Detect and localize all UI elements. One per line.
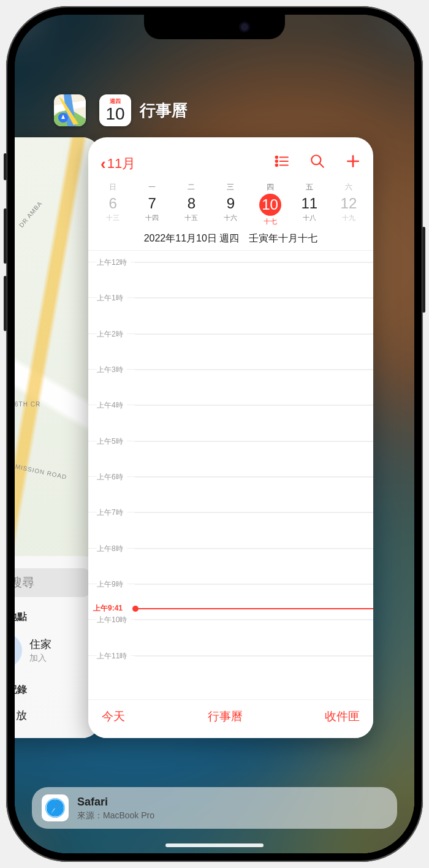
day-column[interactable]: 一7十四 [132, 182, 172, 226]
day-timeline[interactable]: 上午12時上午1時上午2時上午3時上午4時上午5時上午6時上午7時上午8時上午9… [88, 251, 373, 704]
maps-search-field[interactable]: 搜尋 [15, 568, 91, 597]
search-icon [309, 153, 325, 169]
hour-label: 上午3時 [97, 365, 127, 375]
volume-up-button[interactable] [4, 208, 7, 264]
week-row: 日6十三一7十四二8十五三9十六四10十七五11十八六12十九 [88, 178, 373, 226]
current-time-label: 上午9:41 [93, 603, 123, 614]
date-number: 8 [172, 195, 211, 212]
home-indicator[interactable] [165, 843, 264, 847]
day-column[interactable]: 二8十五 [172, 182, 211, 226]
mute-switch[interactable] [4, 153, 7, 180]
hour-row: 上午2時 [88, 333, 373, 334]
add-event-button[interactable] [345, 153, 361, 173]
hour-divider [135, 477, 373, 478]
day-column[interactable]: 五11十八 [290, 182, 329, 226]
weekday-label: 一 [132, 182, 172, 192]
handoff-banner[interactable]: Safari 來源：MacBook Pro [32, 787, 397, 829]
hour-row: 上午6時 [88, 476, 373, 477]
svg-point-5 [276, 156, 278, 158]
hour-divider [135, 334, 373, 335]
maps-app-card[interactable]: DR AMBA 6TH CR MISSION ROAD 搜尋 喜好地點 住家 [15, 137, 101, 738]
hour-label: 上午12時 [97, 257, 131, 268]
front-app-title: 行事曆 [140, 100, 188, 121]
back-to-month-button[interactable]: ‹ 11月 [101, 154, 135, 173]
home-label: 住家 [29, 638, 51, 652]
inbox-tab[interactable]: 收件匣 [325, 709, 360, 725]
calendar-icon-weekday: 週四 [105, 99, 124, 104]
search-button[interactable] [309, 153, 325, 173]
handoff-app-name: Safari [77, 795, 154, 809]
hour-label: 上午2時 [97, 329, 127, 340]
volume-down-button[interactable] [4, 276, 7, 331]
handoff-source: 來源：MacBook Pro [77, 810, 154, 821]
weekday-label: 日 [93, 182, 132, 192]
lunar-label: 十五 [172, 213, 211, 223]
date-number: 11 [290, 195, 329, 212]
today-tab[interactable]: 今天 [102, 709, 125, 725]
lunar-label: 十三 [93, 213, 132, 223]
hour-divider [135, 512, 373, 513]
calendar-tabbar: 今天 行事曆 收件匣 [88, 699, 373, 738]
hour-divider [135, 370, 373, 370]
map-road-label: 6TH CR [15, 401, 40, 408]
hour-divider [135, 262, 373, 263]
history-header: 搜尋記錄 [15, 683, 91, 696]
hour-label: 上午9時 [97, 579, 127, 590]
hour-divider [135, 584, 373, 585]
date-number: 6 [93, 195, 132, 212]
lunar-label: 十九 [329, 213, 368, 223]
weekday-label: 三 [211, 182, 250, 192]
date-number: 7 [132, 195, 172, 212]
date-number: 12 [329, 195, 368, 212]
hour-divider [135, 405, 373, 406]
date-number: 9 [211, 195, 250, 212]
hour-divider [135, 549, 373, 549]
notch [144, 15, 285, 39]
hour-row: 上午11時 [88, 655, 373, 656]
power-button[interactable] [422, 227, 425, 313]
hour-row: 上午7時 [88, 512, 373, 512]
calendar-app-icon[interactable]: 週四 10 [99, 94, 131, 126]
hour-divider [135, 620, 373, 620]
hour-label: 上午8時 [97, 544, 127, 554]
hour-label: 上午11時 [97, 651, 131, 661]
maps-bottom-panel: 搜尋 喜好地點 住家 加入 搜尋記錄 [15, 556, 101, 738]
favorites-home-item[interactable]: 住家 加入 [15, 633, 91, 668]
list-icon [274, 153, 290, 169]
day-column[interactable]: 日6十三 [93, 182, 132, 226]
weekday-label: 二 [172, 182, 211, 192]
chevron-left-icon: ‹ [101, 156, 106, 172]
day-column[interactable]: 六12十九 [329, 182, 368, 226]
safari-icon [42, 794, 69, 821]
calendars-tab[interactable]: 行事曆 [208, 709, 243, 725]
hour-divider [135, 656, 373, 657]
current-time-line [135, 608, 373, 609]
hour-label: 上午6時 [97, 472, 127, 482]
day-column[interactable]: 四10十七 [251, 182, 290, 226]
favorites-header: 喜好地點 [15, 611, 91, 623]
hour-row: 上午4時 [88, 405, 373, 405]
hour-divider [135, 298, 373, 299]
hour-row: 上午3時 [88, 369, 373, 370]
hour-row: 上午12時 [88, 262, 373, 262]
history-item-label: 放 [16, 708, 27, 723]
calendar-icon-date: 10 [105, 105, 124, 123]
home-sublabel: 加入 [29, 652, 51, 663]
maps-search-placeholder: 搜尋 [15, 574, 34, 591]
hour-row: 上午5時 [88, 441, 373, 441]
weekday-label: 四 [251, 182, 290, 192]
maps-app-icon[interactable] [54, 94, 86, 126]
back-label: 11月 [107, 154, 135, 173]
calendar-app-card[interactable]: ‹ 11月 日6十三一7十四 [88, 137, 373, 738]
hour-label: 上午1時 [97, 293, 127, 303]
hour-divider [135, 441, 373, 442]
history-item[interactable]: 放 [15, 705, 91, 726]
hour-label: 上午7時 [97, 508, 127, 518]
home-icon [15, 633, 22, 668]
lunar-label: 十七 [251, 217, 290, 226]
hour-label: 上午5時 [97, 436, 127, 447]
plus-icon [345, 153, 361, 169]
list-view-button[interactable] [274, 153, 290, 173]
hour-row: 上午1時 [88, 297, 373, 298]
day-column[interactable]: 三9十六 [211, 182, 250, 226]
